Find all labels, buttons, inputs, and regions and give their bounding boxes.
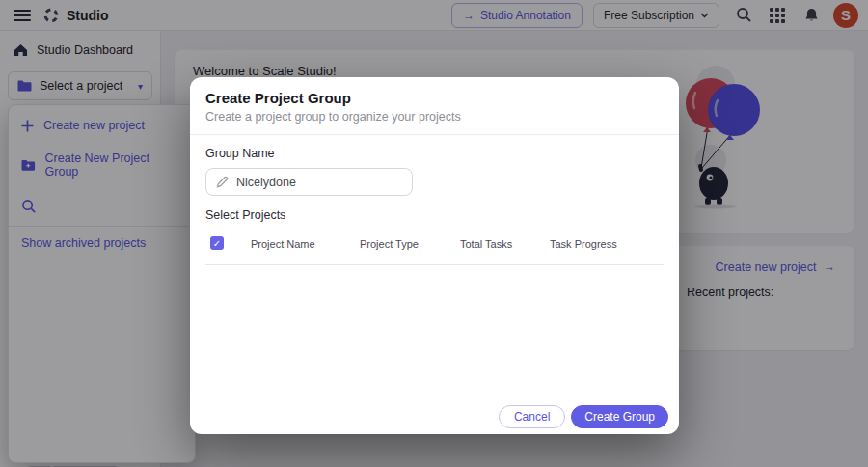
group-name-value: Nicelydone xyxy=(236,176,296,189)
pencil-icon xyxy=(216,176,229,188)
column-header-total-tasks: Total Tasks xyxy=(460,238,512,250)
column-header-project-name: Project Name xyxy=(251,238,315,250)
column-header-project-type: Project Type xyxy=(360,238,419,250)
modal-title: Create Project Group xyxy=(205,90,664,106)
select-projects-label: Select Projects xyxy=(205,208,664,222)
group-name-input[interactable]: Nicelydone xyxy=(205,168,413,196)
create-project-group-modal: Create Project Group Create a project gr… xyxy=(190,77,679,434)
table-divider xyxy=(205,264,664,265)
projects-table-header: ✓ Project Name Project Type Total Tasks … xyxy=(205,234,664,256)
checkmark-icon: ✓ xyxy=(213,238,221,249)
column-header-task-progress: Task Progress xyxy=(550,238,617,250)
modal-footer: Cancel Create Group xyxy=(190,398,679,434)
select-all-checkbox[interactable]: ✓ xyxy=(210,236,224,250)
cancel-button[interactable]: Cancel xyxy=(499,405,565,428)
group-name-label: Group Name xyxy=(205,147,664,160)
create-group-button[interactable]: Create Group xyxy=(571,405,668,428)
modal-header: Create Project Group Create a project gr… xyxy=(190,77,679,135)
modal-subtitle: Create a project group to organize your … xyxy=(205,110,664,124)
modal-body: Group Name Nicelydone Select Projects ✓ … xyxy=(190,135,679,265)
